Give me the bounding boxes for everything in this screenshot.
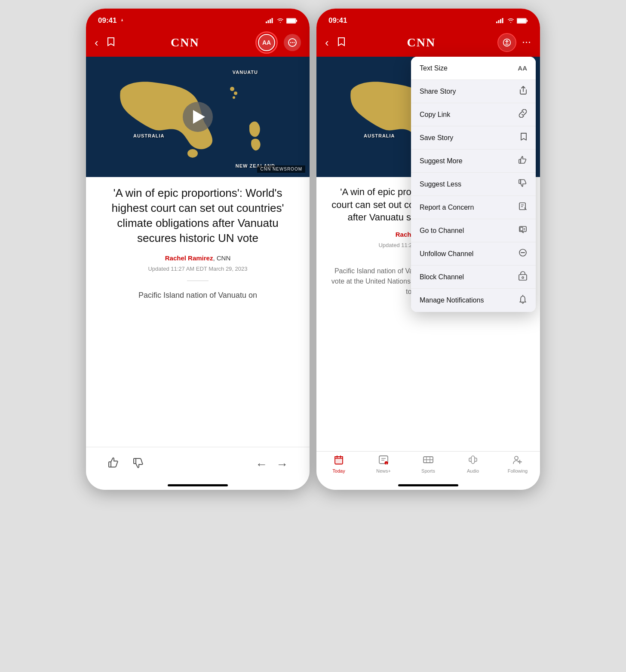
- menu-item-share-story[interactable]: Share Story: [411, 80, 536, 103]
- menu-item-block-channel[interactable]: Block Channel: [411, 266, 536, 289]
- more-icon-left: [288, 38, 297, 47]
- more-dots-right[interactable]: ···: [522, 38, 531, 47]
- home-indicator-left: [168, 484, 228, 486]
- forward-nav-button[interactable]: →: [276, 458, 288, 471]
- manage-notifications-icon: [519, 295, 527, 306]
- menu-item-report-concern[interactable]: Report a Concern: [411, 196, 536, 219]
- tab-news-plus[interactable]: 1 News+: [361, 455, 406, 473]
- save-story-icon: [520, 132, 527, 143]
- menu-item-unfollow-channel[interactable]: Unfollow Channel: [411, 242, 536, 266]
- battery-icon: [286, 18, 298, 24]
- svg-rect-4: [272, 18, 273, 23]
- today-icon: [334, 455, 344, 467]
- cnn-logo-left: CNN: [171, 36, 199, 49]
- share-icon: [503, 38, 511, 47]
- status-icons-right: [496, 18, 528, 24]
- svg-rect-17: [109, 462, 111, 467]
- menu-item-suggest-more[interactable]: Suggest More: [411, 150, 536, 173]
- svg-rect-21: [500, 19, 501, 24]
- block-channel-icon: [519, 271, 527, 283]
- tab-following-label: Following: [508, 468, 528, 473]
- article-date-left: Updated 11:27 AM EDT March 29, 2023: [99, 266, 297, 272]
- article-title-left: 'A win of epic proportions': World's hig…: [99, 186, 297, 246]
- svg-rect-20: [498, 20, 500, 23]
- time-right: 09:41: [328, 16, 347, 25]
- suggest-more-icon: [519, 156, 527, 166]
- text-size-aa-value: AA: [518, 64, 527, 72]
- tab-audio[interactable]: Audio: [451, 455, 495, 473]
- back-button-left[interactable]: ‹: [95, 36, 98, 49]
- svg-point-59: [515, 456, 518, 460]
- signal-icon-right: [496, 18, 505, 23]
- menu-item-suggest-less[interactable]: Suggest Less: [411, 173, 536, 196]
- tab-today[interactable]: Today: [316, 455, 361, 473]
- text-size-button-left[interactable]: AA: [255, 31, 278, 54]
- status-icons-left: [266, 18, 298, 24]
- svg-point-15: [234, 92, 237, 95]
- vanuatu-label: VANUATU: [233, 70, 258, 75]
- wifi-icon-right: [507, 18, 514, 23]
- cnn-header-right: ‹ CNN ···: [316, 30, 540, 57]
- bookmark-icon-left[interactable]: [107, 37, 115, 49]
- cnn-header-left: ‹ CNN AA: [86, 30, 310, 57]
- following-icon: [512, 455, 523, 467]
- svg-rect-2: [268, 20, 269, 23]
- svg-rect-1: [266, 21, 267, 23]
- aa-label-left: AA: [262, 39, 271, 46]
- svg-rect-7: [296, 20, 297, 22]
- cnn-newsroom-badge: CNN NEWSROOM: [257, 165, 305, 173]
- text-size-label: Text Size: [420, 64, 448, 72]
- tab-sports-label: Sports: [421, 468, 435, 473]
- back-nav-button[interactable]: ←: [255, 458, 267, 471]
- sports-icon: [423, 455, 433, 467]
- article-excerpt-left: Pacific Island nation of Vanuatu on: [99, 290, 297, 301]
- location-icon: [120, 18, 125, 23]
- tab-today-label: Today: [332, 468, 345, 473]
- time-left: 09:41: [98, 16, 125, 25]
- thumbs-up-button[interactable]: [107, 457, 120, 472]
- left-phone: 09:41: [86, 9, 310, 490]
- copy-link-icon: [519, 109, 527, 120]
- dropdown-menu: Text Size AA Share Story Copy Link: [411, 57, 536, 312]
- menu-item-copy-link[interactable]: Copy Link: [411, 103, 536, 126]
- news-plus-icon: 1: [378, 455, 389, 467]
- menu-item-save-story[interactable]: Save Story: [411, 126, 536, 150]
- menu-item-manage-notifications[interactable]: Manage Notifications: [411, 289, 536, 312]
- svg-rect-3: [270, 19, 271, 24]
- play-button[interactable]: [183, 102, 213, 132]
- svg-rect-25: [527, 20, 528, 22]
- tab-audio-label: Audio: [467, 468, 479, 473]
- article-body-left: 'A win of epic proportions': World's hig…: [86, 177, 310, 310]
- status-bar-left: 09:41: [86, 9, 310, 30]
- tab-following[interactable]: Following: [495, 455, 540, 473]
- svg-text:1: 1: [386, 462, 387, 464]
- tab-sports[interactable]: Sports: [406, 455, 451, 473]
- svg-point-46: [522, 277, 524, 278]
- wifi-icon: [277, 18, 284, 23]
- bookmark-icon-right[interactable]: [338, 37, 345, 48]
- svg-rect-6: [287, 19, 295, 23]
- svg-rect-22: [502, 18, 503, 23]
- svg-rect-19: [496, 21, 497, 23]
- svg-point-14: [230, 87, 234, 91]
- tab-news-plus-label: News+: [376, 468, 391, 473]
- share-story-icon: [519, 86, 527, 97]
- svg-rect-33: [519, 159, 521, 163]
- battery-icon-right: [517, 18, 528, 24]
- map-video-area-left[interactable]: VANUATU AUSTRALIA NEW ZEALAND CNN NEWSRO…: [86, 57, 310, 177]
- audio-icon: [468, 455, 478, 467]
- bottom-toolbar-left: ← →: [86, 447, 310, 490]
- right-phone: 09:41: [316, 9, 540, 490]
- report-concern-icon: [519, 202, 527, 213]
- svg-rect-24: [517, 19, 526, 23]
- text-size-menu-item[interactable]: Text Size AA: [411, 57, 536, 80]
- svg-point-13: [187, 149, 198, 158]
- home-indicator-right: [398, 484, 458, 486]
- share-icon-circle[interactable]: [497, 33, 516, 52]
- go-to-channel-icon: [519, 225, 527, 236]
- menu-item-go-to-channel[interactable]: Go to Channel: [411, 219, 536, 242]
- thumbs-down-button[interactable]: [132, 457, 144, 472]
- svg-rect-35: [519, 203, 525, 210]
- back-button-right[interactable]: ‹: [325, 36, 329, 49]
- more-button-left[interactable]: [284, 34, 301, 51]
